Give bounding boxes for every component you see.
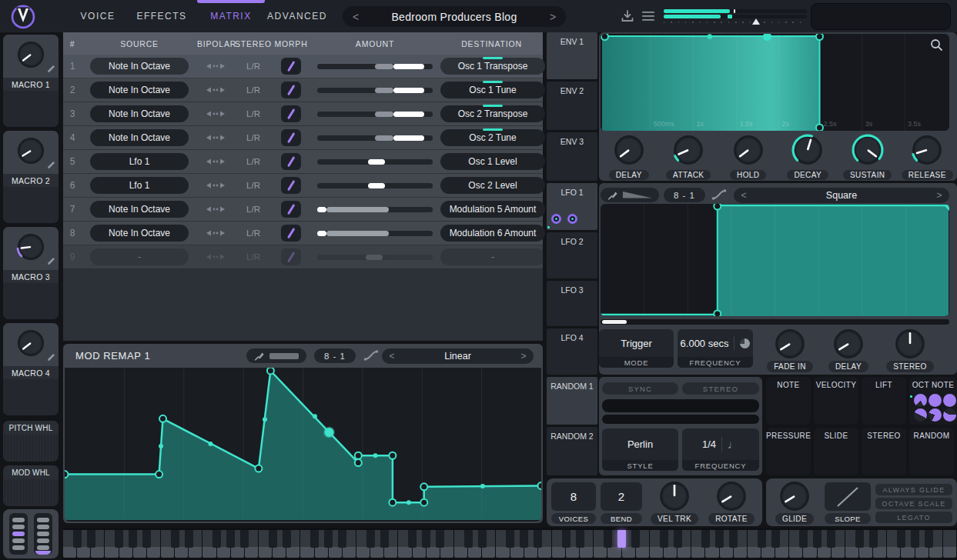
destination-select[interactable]: Osc 1 Level <box>440 153 545 170</box>
amount-slider[interactable] <box>317 112 433 117</box>
black-key[interactable] <box>660 530 668 548</box>
destination-select[interactable]: Osc 2 Tune <box>440 129 545 146</box>
black-key[interactable] <box>142 530 151 548</box>
lfo1-mod-indicator-1[interactable] <box>551 214 561 224</box>
amount-slider[interactable] <box>317 135 433 141</box>
tab-env-1[interactable]: ENV 1 <box>547 32 597 79</box>
destination-select[interactable]: - <box>440 248 545 265</box>
stereo-knob[interactable] <box>894 328 926 360</box>
pencil-icon[interactable] <box>47 255 55 268</box>
destination-select[interactable]: Osc 2 Transpose <box>440 105 545 122</box>
bipolar-toggle-icon[interactable] <box>197 110 234 118</box>
source-select[interactable]: - <box>90 248 189 265</box>
paint-brush-button[interactable] <box>246 348 306 363</box>
remap-shape-selector[interactable]: < Linear > <box>382 348 534 364</box>
source-select[interactable]: Note In Octave <box>90 201 189 218</box>
mod-source-random[interactable]: RANDOM <box>909 428 954 475</box>
oct-note-indicator[interactable] <box>914 408 927 422</box>
black-key[interactable] <box>729 530 738 548</box>
preset-prev-icon[interactable]: < <box>343 11 369 23</box>
oct-note-indicator[interactable] <box>929 408 942 422</box>
amount-slider[interactable] <box>317 88 433 93</box>
bipolar-toggle-icon[interactable] <box>197 134 234 142</box>
black-key[interactable] <box>799 530 808 548</box>
morph-power-button[interactable] <box>281 82 301 98</box>
bipolar-toggle-icon[interactable] <box>197 253 234 261</box>
black-key[interactable] <box>827 530 835 548</box>
amount-slider[interactable] <box>317 183 433 188</box>
lfo-prev-icon[interactable]: < <box>734 190 754 201</box>
pencil-icon[interactable] <box>47 351 55 365</box>
source-select[interactable]: Lfo 1 <box>90 177 189 194</box>
lfo-scrollbar[interactable] <box>601 319 949 325</box>
lfo-frequency-control[interactable]: 6.000 secs FREQUENCY <box>678 329 753 368</box>
stereo-mode-toggle[interactable]: L/R <box>234 85 273 95</box>
macro-3-knob[interactable] <box>16 232 45 262</box>
black-key[interactable] <box>87 530 95 548</box>
pressed-black-key[interactable] <box>617 530 626 548</box>
lfo-editor[interactable] <box>601 204 949 316</box>
remap-grid-size[interactable]: 8 - 1 <box>314 348 356 363</box>
black-key[interactable] <box>171 530 179 548</box>
morph-power-button[interactable] <box>281 105 301 122</box>
random-stereo-toggle[interactable]: STEREO <box>682 382 759 395</box>
tab-env-3[interactable]: ENV 3 <box>547 132 597 181</box>
morph-power-button[interactable] <box>281 153 301 170</box>
black-key[interactable] <box>813 530 821 548</box>
stereo-mode-toggle[interactable]: L/R <box>234 62 273 71</box>
attack-knob[interactable] <box>672 134 704 166</box>
morph-power-button[interactable] <box>281 248 301 265</box>
amount-slider[interactable] <box>317 64 433 69</box>
black-key[interactable] <box>855 530 864 548</box>
bipolar-toggle-icon[interactable] <box>197 158 234 165</box>
white-key[interactable] <box>943 530 956 558</box>
stereo-mode-toggle[interactable]: L/R <box>234 252 273 262</box>
lfo1-mod-indicator-2[interactable] <box>567 214 577 224</box>
mod-source-stereo[interactable]: STEREO <box>862 428 906 475</box>
black-key[interactable] <box>324 530 333 548</box>
random-style-value[interactable]: Perlin <box>602 428 678 460</box>
black-key[interactable] <box>576 530 584 548</box>
lfo-smooth-icon[interactable] <box>711 188 727 204</box>
toggle-legato[interactable]: LEGATO <box>875 512 952 523</box>
black-key[interactable] <box>520 530 528 548</box>
mod-source-lift[interactable]: LIFT <box>862 377 906 425</box>
black-key[interactable] <box>897 530 905 548</box>
delay-knob[interactable] <box>613 134 645 166</box>
bipolar-toggle-icon[interactable] <box>197 182 234 189</box>
hold-knob[interactable] <box>732 134 765 166</box>
source-select[interactable]: Note In Octave <box>90 58 189 75</box>
tab-env-2[interactable]: ENV 2 <box>547 82 597 130</box>
toggle-always-glide[interactable]: ALWAYS GLIDE <box>875 484 952 495</box>
destination-select[interactable]: Osc 1 Transpose <box>440 58 545 75</box>
morph-power-button[interactable] <box>281 58 301 75</box>
lfo-frequency-value[interactable]: 6.000 secs <box>681 338 729 349</box>
decay-knob[interactable] <box>791 134 824 166</box>
black-key[interactable] <box>408 530 417 548</box>
source-select[interactable]: Note In Octave <box>90 225 189 242</box>
stereo-mode-toggle[interactable]: L/R <box>234 205 273 214</box>
macro-2-knob[interactable] <box>16 136 45 165</box>
stereo-mode-toggle[interactable]: L/R <box>234 228 273 238</box>
preset-next-icon[interactable]: > <box>540 11 566 23</box>
mod-source-note[interactable]: NOTE <box>766 377 811 425</box>
zoom-icon[interactable] <box>930 38 943 52</box>
black-key[interactable] <box>562 530 571 548</box>
black-key[interactable] <box>115 530 123 548</box>
lfo-paint-brush-button[interactable] <box>601 188 659 202</box>
remap-next-icon[interactable]: > <box>514 351 534 362</box>
stereo-mode-toggle[interactable]: L/R <box>234 181 273 190</box>
random-frequency-value[interactable]: 1/4 <box>702 438 716 450</box>
menu-icon[interactable] <box>642 11 654 25</box>
black-key[interactable] <box>464 530 473 548</box>
save-preset-icon[interactable] <box>621 9 634 26</box>
tab-lfo-2[interactable]: LFO 2 <box>547 232 597 278</box>
mod-source-velocity[interactable]: VELOCITY <box>814 377 858 425</box>
black-key[interactable] <box>925 530 933 548</box>
amount-slider[interactable] <box>317 159 433 165</box>
note-icon[interactable]: ♩ <box>728 438 739 451</box>
black-key[interactable] <box>129 530 137 548</box>
stereo-mode-toggle[interactable]: L/R <box>234 109 273 118</box>
oct-note-indicator[interactable] <box>943 394 956 407</box>
source-select[interactable]: Note In Octave <box>90 129 189 146</box>
